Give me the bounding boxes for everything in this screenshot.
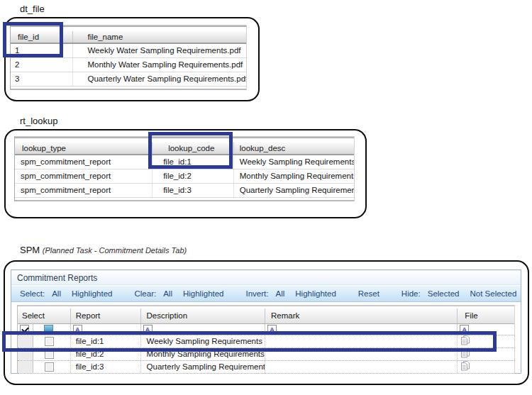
annotation-box-lookup-code (148, 132, 233, 169)
cell-file (458, 361, 514, 373)
cell-file-id: 2 (11, 58, 73, 72)
row-selector-cell[interactable] (18, 361, 33, 373)
cell-lookup-code: file_id:2 (153, 169, 234, 183)
table-row: 3Quarterly Water Sampling Requirements.p… (11, 72, 246, 87)
table-row: 2Monthly Water Sampling Requirements.pdf (11, 58, 246, 72)
cell-file-id: 3 (11, 72, 73, 86)
column-header-remark[interactable]: Remark (265, 308, 458, 323)
cell-file-name: Monthly Water Sampling Requirements.pdf (73, 58, 246, 72)
column-header-file[interactable]: File (458, 308, 514, 323)
column-header-description[interactable]: Description (141, 308, 266, 323)
toolbar-group-label-invert: Invert: (246, 289, 269, 298)
toolbar-action-not-selected[interactable]: Not Selected (470, 289, 516, 298)
spm-container-box: Commitment Reports Select:AllHighlighted… (4, 260, 529, 385)
cell-select (33, 361, 71, 373)
annotation-box-report-row (2, 331, 497, 352)
screenshot-root: dt_file file_id file_name 1Weekly Water … (0, 0, 532, 395)
document-copy-icon (460, 361, 470, 371)
row-select-checkbox[interactable] (45, 362, 54, 372)
grid-bottom-band (15, 198, 354, 201)
grid-toolbar: Select:AllHighlightedClear:AllHighlighte… (11, 285, 521, 302)
cell-description: Quarterly Sampling Requirements (141, 361, 266, 373)
cell-report: file_id:3 (71, 361, 141, 373)
cell-file-name: Weekly Water Sampling Requirements.pdf (73, 44, 246, 57)
dtfile-table-title: dt_file (20, 4, 45, 14)
spm-section-title: SPM (Planned Task - Commitment Details T… (20, 245, 187, 255)
commitment-report-row: file_id:3Quarterly Sampling Requirements (18, 361, 514, 374)
toolbar-group-label-clear: Clear: (135, 289, 157, 298)
table-row: spm_commitment_reportfile_id:2Monthly Sa… (15, 169, 354, 184)
commitment-reports-panel: Commitment Reports Select:AllHighlighted… (11, 269, 521, 374)
toolbar-action-all[interactable]: All (163, 289, 172, 298)
column-header-lookup-desc: lookup_desc (234, 143, 354, 154)
table-row: spm_commitment_reportfile_id:3Quarterly … (15, 184, 354, 198)
column-header-lookup-type: lookup_type (15, 143, 153, 154)
column-header-file-name: file_name (73, 31, 246, 43)
cell-lookup-code: file_id:3 (153, 184, 234, 197)
spm-label: SPM (20, 245, 40, 255)
rtlookup-table-title: rt_lookup (20, 116, 57, 126)
file-attachment-icon[interactable] (460, 361, 470, 373)
toolbar-action-reset[interactable]: Reset (358, 289, 379, 298)
toolbar-group-label-hide: Hide: (401, 289, 421, 298)
cell-lookup-desc: Weekly Sampling Requirements (234, 155, 354, 169)
toolbar-action-all[interactable]: All (52, 289, 61, 298)
toolbar-action-all[interactable]: All (275, 289, 284, 298)
grid-bottom-band (11, 87, 246, 90)
cell-lookup-desc: Quarterly Sampling Requirements (234, 184, 354, 197)
cell-lookup-type: spm_commitment_report (15, 155, 153, 169)
cell-remark (265, 361, 458, 373)
spm-header-row: Select Report Description Remark File (18, 308, 514, 324)
cell-file-name: Quarterly Water Sampling Requirements.pd… (73, 72, 246, 86)
cell-lookup-desc: Monthly Sampling Requirements (234, 169, 354, 183)
toolbar-action-highlighted[interactable]: Highlighted (183, 289, 224, 298)
toolbar-action-selected[interactable]: Selected (428, 289, 460, 298)
toolbar-action-highlighted[interactable]: Highlighted (295, 289, 336, 298)
panel-title: Commitment Reports (11, 270, 521, 285)
cell-lookup-type: spm_commitment_report (15, 169, 153, 183)
toolbar-group-label-select: Select: (20, 289, 45, 298)
column-header-select[interactable]: Select (18, 308, 71, 323)
annotation-box-file-id (3, 22, 63, 57)
cell-lookup-type: spm_commitment_report (15, 184, 153, 197)
column-header-report[interactable]: Report (71, 308, 141, 323)
spm-sublabel: (Planned Task - Commitment Details Tab) (43, 246, 187, 255)
toolbar-action-highlighted[interactable]: Highlighted (72, 289, 113, 298)
